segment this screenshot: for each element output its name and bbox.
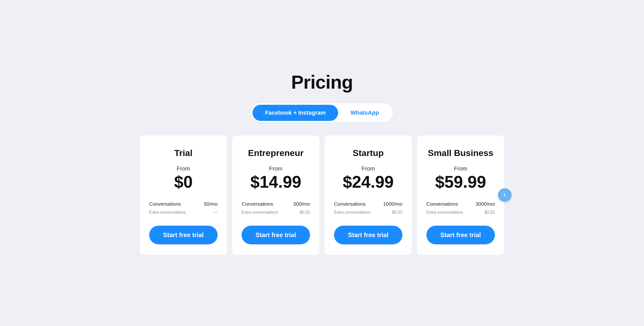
conv-row-small-business: Conversations 3000/mo (426, 200, 495, 208)
extra-value-startup: $0.02 (392, 210, 402, 215)
price-from-startup: From (362, 165, 375, 172)
pricing-cards: Trial From $0 Conversations 50/mo Extra … (140, 135, 504, 255)
conv-value-small-business: 3000/mo (476, 201, 495, 207)
extra-label-small-business: Extra conversations (426, 210, 463, 215)
conv-row-entrepreneur: Conversations 500/mo (242, 200, 310, 208)
start-trial-btn-trial[interactable]: Start free trial (149, 226, 218, 244)
tab-switcher: Facebook + Instagram WhatsApp (251, 103, 393, 122)
plan-card-trial: Trial From $0 Conversations 50/mo Extra … (140, 135, 227, 255)
page-wrapper: Pricing Facebook + Instagram WhatsApp Tr… (140, 71, 504, 255)
extra-value-trial: — (213, 210, 218, 215)
extra-label-startup: Extra conversations (334, 210, 371, 215)
tab-facebook-instagram[interactable]: Facebook + Instagram (252, 105, 338, 121)
plan-name-entrepreneur: Entrepreneur (248, 148, 304, 158)
conv-label-startup: Conversations (334, 201, 365, 207)
extra-value-entrepreneur: $0.02 (300, 210, 310, 215)
conv-value-trial: 50/mo (204, 201, 218, 207)
price-from-entrepreneur: From (269, 165, 282, 172)
plan-card-small-business: Small Business From $59.99 Conversations… (417, 135, 504, 255)
conversations-startup: Conversations 1000/mo Extra conversation… (334, 200, 402, 216)
plan-name-trial: Trial (174, 148, 193, 158)
start-trial-btn-small-business[interactable]: Start free trial (426, 226, 495, 244)
extra-row-trial: Extra conversations — (149, 208, 218, 216)
extra-row-entrepreneur: Extra conversations $0.02 (242, 208, 310, 216)
conversations-entrepreneur: Conversations 500/mo Extra conversations… (242, 200, 310, 216)
conv-row-startup: Conversations 1000/mo (334, 200, 402, 208)
next-arrow-button[interactable] (498, 188, 512, 202)
price-value-entrepreneur: $14.99 (250, 174, 301, 190)
tab-whatsapp[interactable]: WhatsApp (338, 105, 392, 121)
plan-name-startup: Startup (353, 148, 384, 158)
page-title: Pricing (291, 71, 353, 93)
conv-value-startup: 1000/mo (383, 201, 402, 207)
extra-value-small-business: $0.02 (484, 210, 495, 215)
price-value-small-business: $59.99 (435, 174, 486, 190)
conv-label-trial: Conversations (149, 201, 181, 207)
extra-label-entrepreneur: Extra conversations (242, 210, 278, 215)
extra-row-small-business: Extra conversations $0.02 (426, 208, 495, 216)
conv-label-small-business: Conversations (426, 201, 458, 207)
start-trial-btn-entrepreneur[interactable]: Start free trial (242, 226, 310, 244)
conversations-small-business: Conversations 3000/mo Extra conversation… (426, 200, 495, 216)
price-from-trial: From (177, 165, 190, 172)
conv-value-entrepreneur: 500/mo (294, 201, 310, 207)
extra-row-startup: Extra conversations $0.02 (334, 208, 402, 216)
conversations-trial: Conversations 50/mo Extra conversations … (149, 200, 218, 216)
start-trial-btn-startup[interactable]: Start free trial (334, 226, 402, 244)
plan-card-startup: Startup From $24.99 Conversations 1000/m… (325, 135, 412, 255)
plan-card-entrepreneur: Entrepreneur From $14.99 Conversations 5… (232, 135, 319, 255)
price-value-trial: $0 (174, 174, 193, 190)
chevron-right-icon (502, 192, 508, 198)
conv-label-entrepreneur: Conversations (242, 201, 273, 207)
extra-label-trial: Extra conversations (149, 210, 186, 215)
plan-name-small-business: Small Business (428, 148, 493, 158)
conv-row-trial: Conversations 50/mo (149, 200, 218, 208)
price-value-startup: $24.99 (343, 174, 394, 190)
price-from-small-business: From (454, 165, 467, 172)
